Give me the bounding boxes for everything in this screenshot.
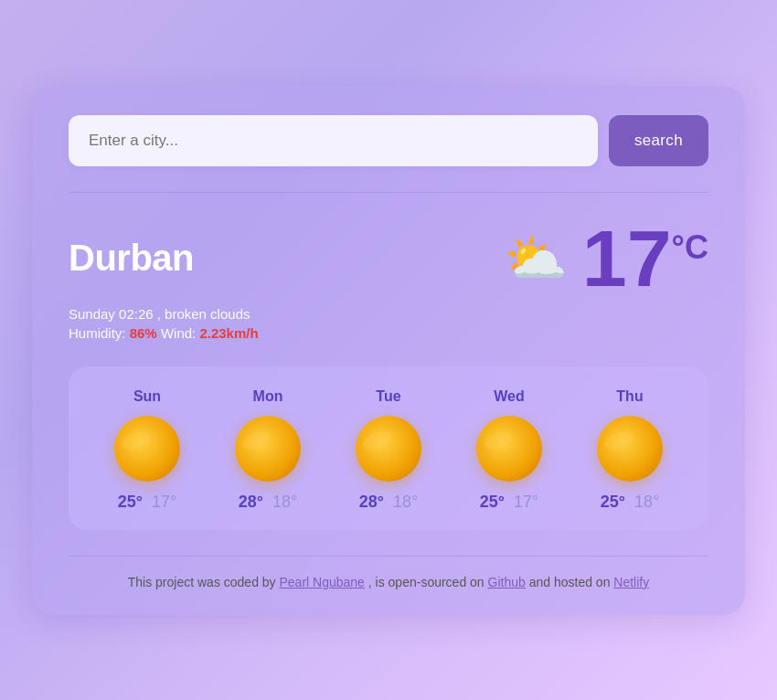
temp-row: 25°17° [480,493,538,512]
forecast-day: Wed25°17° [476,388,542,512]
temp-low: 18° [272,493,297,512]
temp-low: 17° [514,493,538,512]
footer-text: This project was coded by Pearl Ngubane … [69,575,708,589]
current-weather-row: Durban ⛅ 17°C [69,218,708,299]
temp-high: 25° [480,493,505,512]
current-weather-icon: ⛅ [504,233,568,284]
day-label: Sun [133,388,161,405]
wind-label: Wind: [161,325,196,341]
weather-card: search Durban ⛅ 17°C Sunday 02:26 , brok… [32,86,745,615]
temp-icon-row: ⛅ 17°C [504,218,708,299]
day-label: Tue [376,388,400,405]
temp-high: 25° [601,493,625,512]
wind-label-text: Wind: [161,325,196,341]
sun-icon [114,416,180,482]
sun-icon [597,416,663,482]
temp-high: 25° [118,493,143,512]
day-time-line: Sunday 02:26 , broken clouds [69,306,708,322]
humidity-label: Humidity: [69,325,126,341]
temp-row: 25°17° [118,493,176,512]
day-label: Wed [494,388,524,405]
sun-icon [476,416,542,482]
author-link[interactable]: Pearl Ngubane [280,575,365,589]
forecast-day: Tue28°18° [356,388,421,512]
top-divider [69,192,708,193]
temp-unit: °C [672,228,708,265]
temp-row: 28°18° [239,493,297,512]
temp-row: 25°18° [601,493,659,512]
wind-value: 2.23km/h [199,325,258,341]
temp-low: 17° [152,493,176,512]
forecast-day: Thu25°18° [597,388,663,512]
sun-icon [235,416,301,482]
footer-text-middle: , is open-sourced on [365,575,488,589]
humidity-value: 86% [130,325,157,341]
city-search-input[interactable] [69,115,598,166]
github-link[interactable]: Github [488,575,526,589]
sun-icon [356,416,421,482]
forecast-day: Mon28°18° [235,388,301,512]
search-button[interactable]: search [609,115,708,166]
temp-low: 18° [634,493,659,512]
current-temperature: 17°C [582,218,708,299]
footer-divider [69,556,708,557]
temp-number: 17 [582,213,672,303]
day-label: Mon [253,388,283,405]
footer-text-end: and hosted on [526,575,614,589]
humidity-wind-line: Humidity: 86% Wind: 2.23km/h [69,325,708,341]
temp-row: 28°18° [359,493,418,512]
day-label: Thu [616,388,643,405]
netlify-link[interactable]: Netlify [613,575,649,589]
forecast-day: Sun25°17° [114,388,180,512]
weather-details: Sunday 02:26 , broken clouds Humidity: 8… [69,306,708,341]
temp-high: 28° [359,493,384,512]
city-name: Durban [69,238,194,279]
search-row: search [69,115,708,166]
temp-low: 18° [393,493,418,512]
footer-text-before: This project was coded by [128,575,280,589]
forecast-card: Sun25°17°Mon28°18°Tue28°18°Wed25°17°Thu2… [69,366,708,530]
temp-high: 28° [239,493,263,512]
